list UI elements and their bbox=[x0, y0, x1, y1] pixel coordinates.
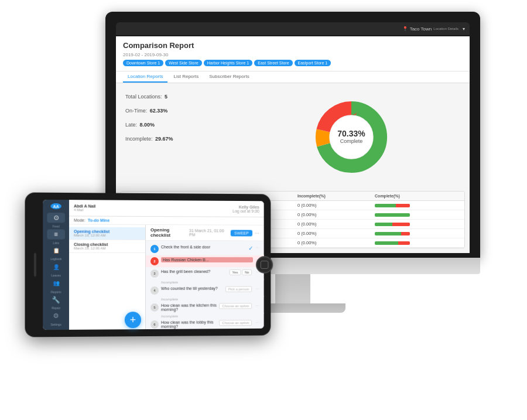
ipad-home-button[interactable] bbox=[256, 256, 273, 274]
more-icon[interactable]: ··· bbox=[255, 230, 259, 236]
tab-location-reports[interactable]: Location Reports bbox=[123, 71, 167, 83]
check-item-3: 3 Has the grill been cleaned? Yes No ··· bbox=[146, 268, 264, 280]
list-item-opening[interactable]: Opening checklist March 19, 12:00 AM bbox=[69, 227, 145, 240]
checklist-panel: Opening checklist 31 March 21, 01:00 PM … bbox=[146, 225, 264, 329]
app-header: Comparison Report 2019-02 - 2019-09-30 D… bbox=[116, 36, 470, 71]
user-name: Abdi A Nail 4 Mail bbox=[74, 204, 229, 212]
more-icon-5[interactable]: ··· bbox=[255, 303, 259, 308]
check-num-4: 4 bbox=[150, 286, 159, 295]
stat-label-incomplete: Incomplete: bbox=[125, 136, 153, 142]
col-header-incomplete: Incomplete(%) bbox=[294, 192, 371, 201]
list-item-date-2: March 19, 12:00 AM bbox=[74, 247, 141, 250]
sidebar-item-leaves[interactable]: 👤 bbox=[47, 262, 65, 272]
ipad-topbar: Abdi A Nail 4 Mail Kelly Giles Log out a… bbox=[69, 200, 264, 217]
checklist-header: Opening checklist 31 March 21, 01:00 PM … bbox=[146, 225, 264, 241]
cell-complete-bar bbox=[371, 220, 464, 229]
check-text-5: How clean was the kitchen this morning? bbox=[161, 303, 217, 312]
col-header-complete: Complete(%) bbox=[371, 192, 464, 201]
list-item-date-1: March 19, 12:00 AM bbox=[74, 234, 141, 237]
stats-panel: Total Locations: 5 On-Time: 62.33% Late:… bbox=[116, 83, 233, 191]
date-range: 2019-02 - 2019-09-30 bbox=[123, 52, 463, 57]
location-sub: Location Details bbox=[433, 27, 458, 30]
pick-person-dropdown[interactable]: Pick a person bbox=[225, 286, 252, 292]
pill-1[interactable]: Downtown Store 1 bbox=[123, 60, 163, 66]
imac-top-bar: 📍 Taco Town Location Details ▾ bbox=[116, 22, 470, 35]
cell-incomplete: 0 (0.00%) bbox=[294, 220, 371, 229]
ipad-device: AA ⊙ Feed ≡ Lists 📋 Logbook 👤 Leaves 👥 R… bbox=[25, 192, 271, 337]
yes-no-buttons: Yes No bbox=[230, 269, 252, 275]
sidebar-item-lists[interactable]: ≡ bbox=[47, 229, 65, 239]
cell-complete-bar bbox=[371, 210, 464, 220]
stat-on-time: On-Time: 62.33% bbox=[125, 104, 224, 115]
stat-label-ontime: On-Time: bbox=[125, 108, 147, 114]
sidebar-item-logbook[interactable]: 📋 bbox=[47, 245, 65, 255]
sidebar-item-repair[interactable]: 🔧 bbox=[47, 295, 65, 305]
choose-option-kitchen[interactable]: Choose an option bbox=[219, 303, 252, 309]
avatar: AA bbox=[50, 203, 61, 209]
stat-total-locations: Total Locations: 5 bbox=[125, 90, 224, 101]
list-item-closing[interactable]: Closing checklist March 19, 12:00 AM bbox=[69, 240, 145, 253]
cell-complete-bar bbox=[371, 229, 464, 238]
sidebar-item-settings[interactable]: ⚙ bbox=[47, 311, 65, 321]
sidebar-label-leaves: Leaves bbox=[51, 274, 60, 277]
report-title: Comparison Report bbox=[123, 41, 463, 50]
ipad-main: Abdi A Nail 4 Mail Kelly Giles Log out a… bbox=[69, 200, 264, 330]
sidebar-item-reports[interactable]: 👥 bbox=[47, 278, 65, 288]
pill-2[interactable]: West Side Store bbox=[165, 60, 201, 66]
sidebar-item-feed[interactable]: ⊙ bbox=[47, 213, 65, 223]
cell-complete-bar bbox=[371, 201, 464, 210]
check-text-6: How clean was the lobby this morning? bbox=[161, 320, 217, 329]
mail-label: 4 Mail bbox=[74, 208, 229, 212]
sidebar-label-feed: Feed bbox=[53, 224, 60, 228]
pill-4[interactable]: East Street Store bbox=[254, 60, 292, 66]
mode-value[interactable]: To-do Mine bbox=[88, 218, 109, 223]
stat-value-ontime: 62.33% bbox=[150, 108, 168, 114]
pill-3[interactable]: Harbor Heights Store 1 bbox=[204, 60, 253, 66]
donut-chart: 70.33% Complete bbox=[313, 99, 389, 175]
tab-subscriber-reports[interactable]: Subscriber Reports bbox=[204, 71, 254, 83]
agent-log-info: Log out at 9:00 bbox=[232, 209, 259, 213]
donut-percentage: 70.33% bbox=[337, 129, 365, 138]
chart-panel: 70.33% Complete bbox=[233, 83, 470, 191]
fab-add-button[interactable]: + bbox=[125, 312, 141, 328]
tab-list-reports[interactable]: List Reports bbox=[169, 71, 203, 83]
ipad-side-button bbox=[34, 253, 36, 276]
more-icon-4[interactable]: ··· bbox=[255, 286, 259, 292]
sidebar-label-settings: Settings bbox=[50, 323, 61, 326]
sweep-button[interactable]: SWEEP bbox=[231, 230, 252, 236]
report-body: Total Locations: 5 On-Time: 62.33% Late:… bbox=[116, 83, 470, 191]
location-badge: 📍 Taco Town Location Details ▾ bbox=[402, 26, 465, 32]
check-item-2: 2 Has Russian Chicken B... ··· bbox=[146, 255, 264, 268]
ipad-home-inner bbox=[261, 261, 269, 269]
more-icon-6[interactable]: ··· bbox=[255, 320, 259, 325]
mode-bar: Mode: To-do Mine bbox=[69, 216, 264, 225]
check-item-4: 4 Who counted the till yesterday? Pick a… bbox=[146, 285, 264, 297]
check-num-6: 6 bbox=[150, 320, 159, 329]
location-pin-icon: 📍 bbox=[402, 26, 408, 32]
stat-value-late: 8.00% bbox=[139, 122, 155, 128]
cell-complete-bar bbox=[371, 238, 464, 248]
sidebar-label-logbook: Logbook bbox=[50, 257, 62, 261]
checklist-date: 31 March 21, 01:00 PM bbox=[189, 228, 228, 237]
mode-label: Mode: bbox=[74, 218, 85, 222]
donut-complete-label: Complete bbox=[337, 139, 365, 145]
ipad-sidebar: AA ⊙ Feed ≡ Lists 📋 Logbook 👤 Leaves 👥 R… bbox=[43, 200, 69, 330]
no-button[interactable]: No bbox=[242, 269, 252, 275]
more-icon-1[interactable]: ··· bbox=[255, 245, 259, 250]
choose-option-lobby[interactable]: Choose an option bbox=[219, 320, 252, 326]
location-name: Taco Town bbox=[410, 26, 432, 32]
tabs-bar: Location Reports List Reports Subscriber… bbox=[116, 71, 470, 83]
check-num-5: 5 bbox=[150, 303, 159, 312]
check-text-1: Check the front & side door bbox=[161, 245, 247, 249]
ipad-content-area: Opening checklist March 19, 12:00 AM Clo… bbox=[69, 224, 264, 329]
cell-incomplete: 0 (0.00%) bbox=[294, 201, 371, 210]
yes-button[interactable]: Yes bbox=[230, 269, 241, 275]
cell-incomplete: 0 (0.00%) bbox=[294, 238, 371, 248]
ipad-body: AA ⊙ Feed ≡ Lists 📋 Logbook 👤 Leaves 👥 R… bbox=[25, 192, 271, 337]
sidebar-label-reports: Reports bbox=[51, 290, 61, 293]
filter-pills: Downtown Store 1 West Side Store Harbor … bbox=[123, 60, 463, 66]
checklist-items: 1 Check the front & side door ✓ ··· 2 Ha… bbox=[146, 241, 264, 329]
chevron-down-icon: ▾ bbox=[463, 26, 465, 32]
pill-5[interactable]: Eastport Store 1 bbox=[295, 60, 331, 66]
stat-incomplete: Incomplete: 29.67% bbox=[125, 132, 224, 143]
